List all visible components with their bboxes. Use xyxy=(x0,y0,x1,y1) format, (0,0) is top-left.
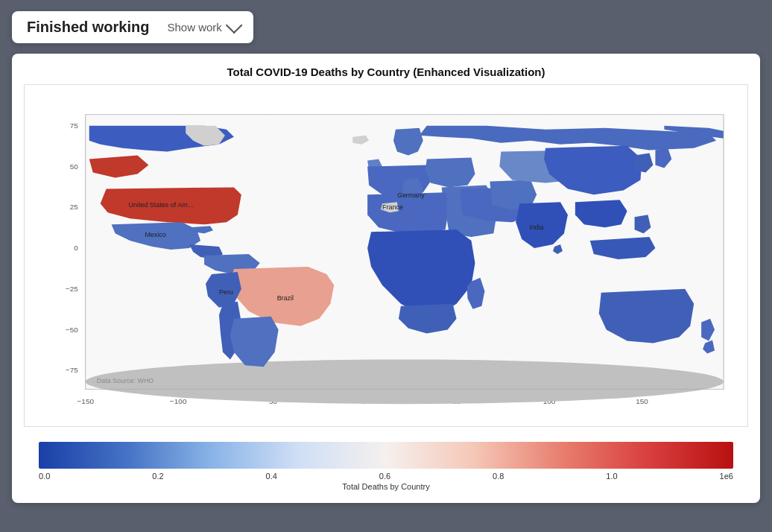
world-map: 75 50 25 0 −25 −50 −75 −150 −100 −50 0 5… xyxy=(24,84,748,427)
svg-text:25: 25 xyxy=(70,203,79,211)
colorbar-max-label: 1e6 xyxy=(720,472,733,481)
colorbar-label-10: 1.0 xyxy=(606,472,617,481)
show-work-label: Show work xyxy=(167,21,221,34)
top-bar: Finished working Show work xyxy=(0,0,772,54)
svg-text:Data Source: WHO: Data Source: WHO xyxy=(97,377,154,384)
colorbar-labels: 0.0 0.2 0.4 0.6 0.8 1.0 1e6 xyxy=(39,472,733,481)
colorbar-section: 0.0 0.2 0.4 0.6 0.8 1.0 1e6 Total Deaths… xyxy=(24,442,748,491)
colorbar-label-04: 0.4 xyxy=(266,472,277,481)
svg-text:0: 0 xyxy=(74,244,78,252)
svg-text:−25: −25 xyxy=(66,285,78,293)
svg-text:75: 75 xyxy=(70,121,79,130)
colorbar-title: Total Deaths by Country xyxy=(39,482,733,491)
chart-title: Total COVID-19 Deaths by Country (Enhanc… xyxy=(24,66,748,78)
svg-text:−150: −150 xyxy=(77,397,95,405)
svg-text:150: 150 xyxy=(636,397,648,405)
main-content: Total COVID-19 Deaths by Country (Enhanc… xyxy=(12,54,760,503)
colorbar-label-02: 0.2 xyxy=(152,472,163,481)
colorbar-gradient xyxy=(39,442,733,469)
chevron-down-icon xyxy=(226,17,243,34)
svg-text:50: 50 xyxy=(70,162,79,171)
show-work-button[interactable]: Show work xyxy=(167,21,238,34)
svg-text:−100: −100 xyxy=(170,397,187,405)
svg-text:−50: −50 xyxy=(66,326,78,334)
svg-point-31 xyxy=(86,359,724,404)
svg-text:−75: −75 xyxy=(66,366,78,374)
colorbar-label-06: 0.6 xyxy=(379,472,390,481)
colorbar-label-0: 0.0 xyxy=(39,472,50,481)
colorbar-label-08: 0.8 xyxy=(493,472,504,481)
status-panel: Finished working Show work xyxy=(12,11,253,43)
status-text: Finished working xyxy=(27,19,149,36)
